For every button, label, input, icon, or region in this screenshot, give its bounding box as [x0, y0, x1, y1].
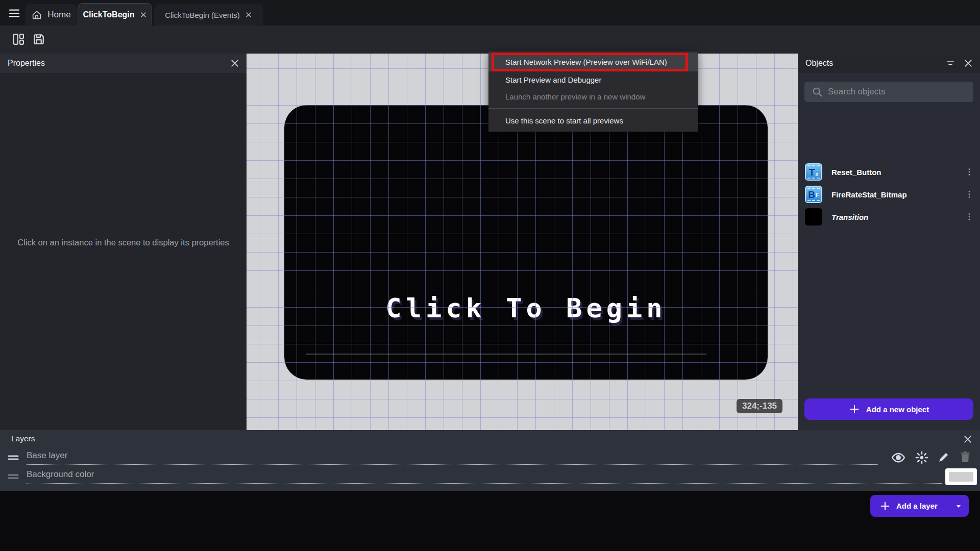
- properties-empty-message: Click on an instance in the scene to dis…: [15, 236, 231, 249]
- objects-title: Objects: [805, 59, 833, 68]
- layer-row-base-layer: Base layer: [0, 449, 980, 467]
- object-menu-icon[interactable]: [965, 189, 974, 200]
- layer-name-field[interactable]: Background color: [27, 469, 942, 484]
- objects-close-icon[interactable]: [963, 58, 973, 68]
- properties-panel: Properties Click on an instance in the s…: [0, 54, 247, 430]
- layer-name-field[interactable]: Base layer: [27, 450, 878, 465]
- tab-bar: Home ClickToBegin ClickToBegin (Events): [0, 0, 980, 26]
- properties-header: Properties: [0, 54, 247, 73]
- tab-scene-clicktobegin[interactable]: ClickToBegin: [78, 3, 152, 26]
- edit-layer-icon[interactable]: [937, 450, 952, 465]
- object-name: FireRateStat_Bitmap: [831, 190, 965, 199]
- main-menu-icon[interactable]: [7, 8, 21, 19]
- menu-item-start-network-preview[interactable]: Start Network Preview (Preview over WiFi…: [488, 53, 698, 71]
- plus-icon: [879, 500, 891, 512]
- tab-scene-label: ClickToBegin: [83, 10, 134, 19]
- chevron-down-icon: [954, 502, 963, 511]
- tab-scene-close-icon[interactable]: [140, 11, 147, 18]
- properties-close-icon[interactable]: [230, 58, 240, 68]
- text-object-icon: Tx: [805, 163, 822, 181]
- properties-title: Properties: [8, 59, 45, 68]
- objects-panel: Objects Tx Reset_Button BF F: [798, 54, 980, 430]
- tab-home[interactable]: Home: [26, 4, 77, 26]
- object-menu-icon[interactable]: [965, 166, 974, 178]
- preview-options-menu: Start Network Preview (Preview over WiFi…: [488, 51, 698, 132]
- background-color-value: [949, 472, 973, 482]
- layer-row-background-color: Background color: [0, 468, 980, 486]
- game-screen-instance[interactable]: Click To Begin: [284, 105, 768, 380]
- add-layer-button[interactable]: Add a layer: [870, 495, 969, 517]
- objects-search-box: [804, 82, 973, 102]
- background-color-swatch[interactable]: [945, 468, 977, 485]
- search-icon: [812, 86, 823, 97]
- object-name: Transition: [831, 213, 965, 221]
- sprite-object-icon: [805, 208, 822, 226]
- object-icon-letter: T: [809, 167, 815, 177]
- menu-item-start-preview-debugger[interactable]: Start Preview and Debugger: [488, 71, 698, 88]
- home-icon: [31, 9, 42, 20]
- tab-events-close-icon[interactable]: [245, 11, 252, 18]
- visibility-eye-icon[interactable]: [891, 450, 906, 465]
- bitmap-font-object-icon: BF: [805, 186, 822, 203]
- drag-handle-icon[interactable]: [7, 473, 19, 480]
- menu-item-launch-another-preview: Launch another preview in a new window: [488, 88, 698, 105]
- layers-close-icon[interactable]: [963, 434, 973, 444]
- layers-panel: Layers Base layer: [0, 430, 980, 491]
- plus-icon: [849, 404, 860, 415]
- menu-item-use-scene-start-previews[interactable]: Use this scene to start all previews: [488, 112, 698, 129]
- object-menu-icon[interactable]: [965, 211, 974, 222]
- object-row-transition[interactable]: Transition: [798, 206, 980, 228]
- object-name: Reset_Button: [831, 168, 965, 177]
- layers-title: Layers: [11, 434, 35, 443]
- game-screen-text: Click To Begin: [284, 293, 768, 323]
- toolbar: Preview Publish: [0, 26, 980, 54]
- object-icon-letter: B: [808, 190, 815, 199]
- objects-header: Objects: [798, 54, 980, 73]
- add-new-object-button[interactable]: Add a new object: [804, 398, 973, 420]
- add-layer-label: Add a layer: [896, 502, 938, 510]
- menu-separator: [488, 108, 698, 109]
- object-row-reset-button[interactable]: Tx Reset_Button: [798, 161, 980, 183]
- objects-search-input[interactable]: [828, 87, 973, 97]
- gdevelop-window: Home ClickToBegin ClickToBegin (Events): [0, 0, 980, 551]
- tab-home-label: Home: [47, 10, 70, 20]
- save-icon[interactable]: [32, 32, 46, 46]
- add-layer-dropdown-button[interactable]: [948, 495, 969, 517]
- drag-handle-icon[interactable]: [7, 454, 19, 461]
- tab-events-label: ClickToBegin (Events): [165, 11, 240, 19]
- bottom-strip: Add a layer: [0, 491, 980, 551]
- add-new-object-label: Add a new object: [866, 405, 929, 414]
- delete-layer-icon[interactable]: [958, 450, 973, 465]
- layer-effects-icon[interactable]: [914, 450, 929, 465]
- filter-icon[interactable]: [945, 59, 955, 68]
- tab-scene-events[interactable]: ClickToBegin (Events): [154, 4, 263, 26]
- cursor-coordinates-badge: 324;-135: [737, 399, 782, 413]
- object-icon-subletter: x: [815, 171, 818, 177]
- project-manager-icon[interactable]: [11, 32, 26, 46]
- object-icon-subletter: F: [816, 192, 819, 198]
- instance-outline: [306, 354, 706, 355]
- object-row-fireratestat-bitmap[interactable]: BF FireRateStat_Bitmap: [798, 183, 980, 206]
